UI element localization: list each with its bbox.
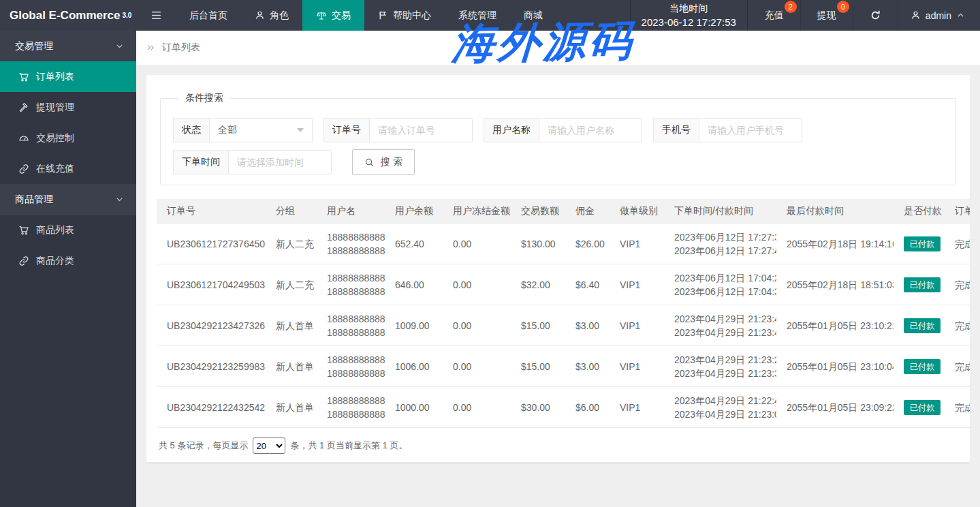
cell-order-pay-time: 2023年04月29日 21:23:422023年04月29日 21:23:49 [664,305,776,346]
sidebar-item-online-recharge[interactable]: 在线充值 [0,153,136,184]
cell-paid: 已付款 [894,387,945,428]
refresh-button[interactable] [853,0,898,31]
phone-input[interactable] [699,118,802,142]
sidebar-item-label: 在线充值 [36,163,74,175]
col-amount: 交易数额 [511,199,565,224]
order-no-input[interactable] [369,118,473,142]
cell-username: 1888888888818888888888 [317,224,385,264]
pagination-prefix: 共 5 条记录，每页显示 [159,440,248,452]
section-label: 商品管理 [15,194,53,206]
nav-item-help-center[interactable]: 帮助中心 [364,0,445,31]
sidebar-item-withdraw-management[interactable]: 提现管理 [0,92,136,123]
nav-label: 帮助中心 [393,10,431,22]
username-line2: 18888888888 [327,367,379,380]
cell-order-pay-time: 2023年06月12日 17:04:242023年06月12日 17:04:38 [664,264,776,305]
nav-item-mall[interactable]: 商城 [510,0,556,31]
order-time: 2023年06月12日 17:04:24 [674,271,771,285]
col-order-no: 订单号 [157,199,266,224]
nav-label: 角色 [270,10,289,22]
col-commission: 佣金 [565,199,610,224]
cell-balance: 652.40 [385,224,443,264]
scales-icon [316,10,327,21]
cell-order-pay-time: 2023年06月12日 17:27:372023年06月12日 17:27:44 [664,224,776,264]
cell-frozen: 0.00 [443,346,511,387]
cell-commission: $6.40 [565,264,610,305]
screen: Global E-Commerce 3.0 后台首页 角色 交易 帮助中心 [0,0,980,507]
cell-amount: $32.00 [511,264,565,305]
cell-paid: 已付款 [894,346,945,387]
recharge-badge: 2 [785,1,797,13]
nav-item-system[interactable]: 系统管理 [445,0,510,31]
sidebar-item-label: 提现管理 [36,102,74,114]
section-label: 交易管理 [15,40,53,52]
sidebar-section-trade-management[interactable]: 交易管理 [0,31,136,61]
brand-version: 3.0 [123,12,132,19]
cell-frozen: 0.00 [443,264,511,305]
main-area: 订单列表 条件搜索 状态 全部 订单号 [136,31,980,507]
status-group: 状态 全部 [173,118,313,142]
table-row: UB2306121727376450 新人二充 1888888888818888… [157,224,970,264]
cell-level: VIP1 [610,305,664,346]
order-time-label: 下单时间 [173,150,228,174]
cell-level: VIP1 [610,224,664,264]
link-icon [18,164,29,174]
sidebar-item-label: 商品分类 [36,255,74,267]
paid-badge: 已付款 [904,400,941,415]
col-paid: 是否付款 [894,199,945,224]
username-input[interactable] [539,118,642,142]
status-label: 状态 [173,118,209,142]
order-time-input[interactable] [228,150,332,174]
col-frozen: 用户冻结金额 [443,199,511,224]
col-order-pay-time: 下单时间/付款时间 [664,199,776,224]
nav-item-dashboard[interactable]: 后台首页 [176,0,241,31]
nav-label: 交易 [332,10,351,22]
breadcrumb: 订单列表 [136,31,980,65]
order-time-group: 下单时间 [173,150,332,174]
sidebar-item-trade-control[interactable]: 交易控制 [0,123,136,153]
order-time: 2023年04月29日 21:23:25 [674,353,771,367]
table-row: UB2306121704249503 新人二充 1888888888818888… [157,264,970,305]
sidebar-collapse-button[interactable] [136,0,176,31]
col-level: 做单级别 [610,199,664,224]
withdraw-badge: 0 [837,1,849,13]
status-select[interactable]: 全部 [209,118,313,142]
nav-item-roles[interactable]: 角色 [241,0,302,31]
gavel-icon [18,102,29,113]
cell-group: 新人首单 [266,387,317,428]
cell-amount: $30.00 [511,387,565,428]
cell-frozen: 0.00 [443,224,511,264]
nav-item-trade[interactable]: 交易 [302,0,364,31]
sidebar-item-product-list[interactable]: 商品列表 [0,215,136,245]
recharge-label: 充值 [765,10,784,22]
withdraw-button[interactable]: 提现 0 [800,0,853,31]
nav-label: 系统管理 [458,10,496,22]
username-line2: 18888888888 [327,408,379,421]
admin-menu[interactable]: admin [898,0,980,31]
sidebar-item-order-list[interactable]: 订单列表 [0,61,136,92]
recharge-button[interactable]: 充值 2 [748,0,800,31]
cell-status: 完成付款 [945,305,970,346]
cell-level: VIP1 [610,264,664,305]
username-line1: 18888888888 [327,353,379,367]
cart-icon [18,72,29,82]
refresh-icon [870,10,881,21]
table-header-row: 订单号 分组 用户名 用户余额 用户冻结金额 交易数额 佣金 做单级别 下单时间… [157,199,970,224]
search-button[interactable]: 搜 索 [352,149,415,175]
col-balance: 用户余额 [385,199,443,224]
table-row: UB2304292123259983 新人首单 1888888888818888… [157,346,970,387]
sidebar-section-product-management[interactable]: 商品管理 [0,184,136,215]
order-no-label: 订单号 [323,118,369,142]
admin-username: admin [926,10,951,21]
withdraw-label: 提现 [817,10,836,22]
sidebar: 交易管理 订单列表 提现管理 交易控制 在线充值 商品管理 商品列表 [0,31,136,507]
username-label: 用户名称 [484,118,539,142]
cell-last-pay-time: 2055年01月05日 23:09:22 [776,387,894,428]
col-username: 用户名 [317,199,385,224]
select-arrow-icon [297,128,304,132]
sidebar-item-product-category[interactable]: 商品分类 [0,245,136,276]
status-selected-value: 全部 [218,124,237,136]
search-row-2: 下单时间 搜 索 [173,149,943,175]
per-page-select[interactable]: 20 [253,437,285,454]
cell-balance: 1009.00 [385,305,443,346]
cell-status: 完成付款 [945,224,970,264]
